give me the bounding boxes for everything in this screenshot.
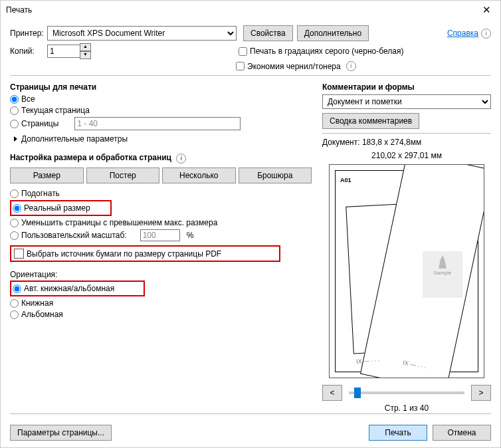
document-dimensions: Документ: 183,8 x 274,8мм [322,138,491,147]
pages-section-title: Страницы для печати [10,82,312,92]
copies-input[interactable] [47,45,80,58]
info-icon[interactable]: i [176,154,186,164]
watermark: Sample [423,251,462,298]
preview-next-button[interactable]: > [471,385,491,401]
ink-checkbox[interactable]: Экономия чернил/тонераi [236,61,356,71]
paper-dimensions: 210,02 x 297,01 мм [322,151,491,160]
custom-scale-radio[interactable]: Пользовательский масштаб: % [10,229,312,241]
orient-auto-radio[interactable]: Авт. книжная/альбомная [13,284,142,293]
fit-radio[interactable]: Подогнать [10,189,312,198]
checkbox-icon [14,249,24,259]
help-link[interactable]: Справка [447,29,478,38]
copies-label: Копий: [10,47,47,56]
pages-range-radio[interactable] [10,120,19,128]
advanced-button[interactable]: Дополнительно [297,25,369,41]
poster-tab-button[interactable]: Постер [86,168,160,183]
pages-range-label: Страницы [21,119,58,128]
page-indicator: Стр. 1 из 40 [322,403,491,413]
printer-select[interactable]: Microsoft XPS Document Writer [47,26,237,41]
dress-icon [436,254,449,270]
paper-source-checkbox[interactable]: Выбрать источник бумаги по размеру стран… [14,249,276,259]
chevron-right-icon [14,136,17,142]
slider-thumb[interactable] [354,388,361,398]
page-setup-button[interactable]: Параметры страницы... [10,425,112,441]
properties-button[interactable]: Свойства [243,25,293,41]
preview-prev-button[interactable]: < [322,385,342,401]
pages-current-radio[interactable]: Текущая страница [10,106,312,115]
copies-spinner[interactable]: ▲▼ [80,43,91,59]
grayscale-checkbox[interactable]: Печать в градациях серого (черно-белая) [239,47,403,56]
comments-select[interactable]: Документ и пометки [322,94,491,109]
preview-slider[interactable] [349,392,464,394]
titlebar: Печать ✕ [1,1,500,19]
multiple-tab-button[interactable]: Несколько [162,168,236,183]
size-tab-button[interactable]: Размер [10,168,84,183]
info-icon[interactable]: i [481,29,491,39]
cancel-button[interactable]: Отмена [433,425,491,441]
dialog-title: Печать [6,5,32,15]
orient-landscape-radio[interactable]: Альбомная [10,310,312,319]
page-range-input[interactable] [74,117,241,130]
printer-label: Принтер: [10,29,47,38]
close-icon[interactable]: ✕ [478,3,495,17]
comments-section-title: Комментарии и формы [322,82,491,92]
print-preview: A01 Sample IX — · · · IX — · · · [329,164,484,378]
more-options-toggle[interactable]: Дополнительные параметры [10,134,312,144]
info-icon[interactable]: i [346,61,356,71]
summary-button[interactable]: Сводка комментариев [322,113,419,129]
custom-scale-input[interactable] [140,229,180,241]
orientation-label: Ориентация: [10,270,312,279]
pages-all-radio[interactable]: Все [10,94,312,104]
print-button[interactable]: Печать [369,425,427,441]
booklet-tab-button[interactable]: Брошюра [239,168,312,183]
actual-size-radio[interactable]: Реальный размер [13,203,109,213]
print-dialog: Печать ✕ Принтер: Microsoft XPS Document… [0,0,501,448]
sizing-section-title: Настройка размера и обработка страниц i [10,153,312,164]
orient-portrait-radio[interactable]: Книжная [10,298,312,308]
preview-tag: A01 [340,177,351,183]
shrink-radio[interactable]: Уменьшить страницы с превышением макс. р… [10,218,312,227]
